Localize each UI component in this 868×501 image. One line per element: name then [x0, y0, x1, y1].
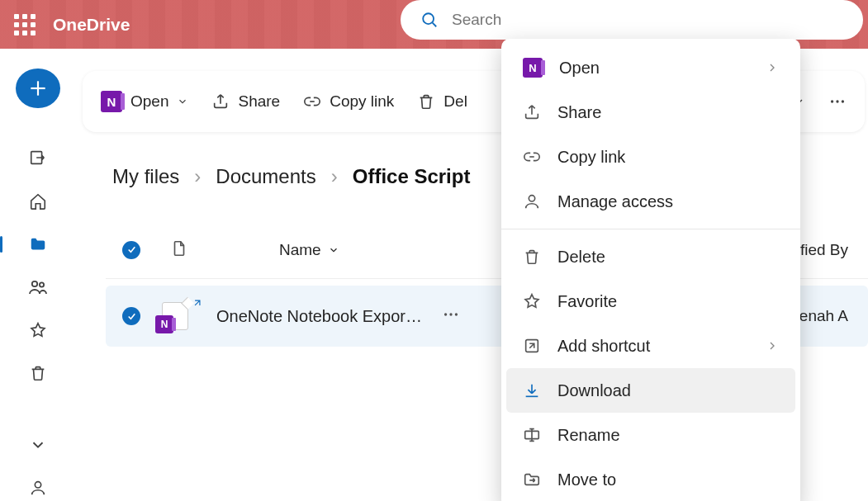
- menu-item-add-shortcut[interactable]: Add shortcut: [506, 324, 795, 368]
- svg-line-1: [433, 23, 437, 27]
- trash-icon: [29, 364, 47, 382]
- more-horizontal-icon: [828, 92, 847, 111]
- toolbar-more-button[interactable]: [828, 92, 847, 111]
- menu-separator: [501, 229, 800, 229]
- svg-point-6: [40, 282, 44, 286]
- nav-collapse[interactable]: [20, 432, 56, 458]
- toolbar-open-label: Open: [130, 92, 168, 111]
- search-input[interactable]: [452, 11, 843, 29]
- menu-item-copy-link[interactable]: Copy link: [506, 135, 795, 179]
- file-name[interactable]: OneNote Notebook Expor…: [216, 307, 422, 326]
- document-icon: [170, 239, 188, 258]
- svg-point-8: [831, 100, 833, 102]
- file-type-column-icon[interactable]: [170, 239, 188, 262]
- menu-item-manage-access[interactable]: Manage access: [506, 179, 795, 224]
- svg-point-9: [836, 100, 838, 102]
- star-icon: [29, 321, 47, 339]
- waffle-icon: [14, 14, 36, 35]
- link-icon: [303, 92, 321, 111]
- trash-icon: [523, 248, 541, 266]
- breadcrumb-item-current[interactable]: Office Script: [353, 165, 471, 188]
- rename-icon: [523, 426, 541, 444]
- left-nav: [0, 49, 76, 501]
- svg-point-5: [32, 281, 37, 286]
- svg-point-14: [529, 196, 534, 201]
- download-icon: [523, 381, 541, 399]
- share-icon: [523, 103, 541, 121]
- check-icon: [126, 311, 137, 322]
- chevron-right-icon: ›: [331, 165, 338, 188]
- toolbar-delete-button[interactable]: Del: [417, 92, 467, 111]
- column-header-name[interactable]: Name: [279, 241, 339, 259]
- svg-point-0: [423, 13, 434, 24]
- context-menu: N Open Share Copy link Manage access Del…: [501, 39, 800, 501]
- onenote-app-icon: N: [155, 315, 173, 333]
- add-new-button[interactable]: [16, 69, 60, 108]
- file-type-icon: N: [162, 302, 188, 330]
- onenote-app-icon: N: [101, 91, 122, 112]
- chevron-right-icon: ›: [194, 165, 201, 188]
- share-icon: [211, 92, 230, 111]
- toolbar-copy-link-label: Copy link: [330, 92, 394, 111]
- people-icon: [28, 277, 48, 297]
- svg-point-11: [444, 313, 447, 315]
- chevron-down-icon: [328, 244, 339, 256]
- column-header-modified-by[interactable]: lified By: [793, 241, 851, 259]
- svg-point-12: [449, 313, 452, 315]
- menu-item-favorite[interactable]: Favorite: [506, 279, 795, 324]
- add-shortcut-icon: [523, 337, 541, 355]
- breadcrumb: My files › Documents › Office Script: [112, 165, 470, 188]
- menu-item-open[interactable]: N Open: [506, 45, 795, 90]
- select-all-checkbox[interactable]: [122, 241, 140, 259]
- breadcrumb-item-my-files[interactable]: My files: [112, 165, 179, 188]
- chevron-right-icon: [766, 61, 779, 74]
- toolbar-copy-link-button[interactable]: Copy link: [303, 92, 394, 111]
- nav-item-account[interactable]: [20, 475, 56, 501]
- menu-item-rename[interactable]: Rename: [506, 413, 795, 457]
- arrow-out-icon: [29, 149, 47, 167]
- nav-item-favorites[interactable]: [20, 317, 56, 343]
- move-to-icon: [523, 470, 541, 489]
- row-more-button[interactable]: [442, 305, 460, 327]
- plus-icon: [27, 78, 49, 99]
- search-icon: [420, 11, 439, 29]
- toolbar-share-button[interactable]: Share: [211, 92, 280, 111]
- menu-item-download[interactable]: Download: [506, 368, 795, 413]
- svg-point-13: [455, 313, 458, 315]
- toolbar-open-button[interactable]: N Open: [101, 91, 188, 112]
- link-icon: [523, 148, 541, 166]
- toolbar-delete-label: Del: [443, 92, 467, 111]
- chevron-down-icon: [177, 96, 188, 107]
- shortcut-badge-icon: [192, 297, 203, 312]
- app-launcher-button[interactable]: [7, 7, 43, 43]
- nav-item-recycle-bin[interactable]: [20, 360, 56, 386]
- folder-icon: [29, 235, 47, 253]
- svg-point-7: [35, 482, 40, 488]
- menu-item-delete[interactable]: Delete: [506, 234, 795, 279]
- breadcrumb-item-documents[interactable]: Documents: [216, 165, 315, 188]
- more-horizontal-icon: [442, 305, 460, 324]
- person-icon: [29, 479, 47, 497]
- toolbar-share-label: Share: [238, 92, 280, 111]
- onenote-app-icon: N: [523, 58, 543, 78]
- search-bar[interactable]: [401, 0, 863, 40]
- nav-item-shared[interactable]: [20, 274, 56, 300]
- home-icon: [29, 192, 47, 210]
- check-icon: [126, 244, 137, 255]
- menu-item-share[interactable]: Share: [506, 90, 795, 135]
- svg-point-10: [842, 100, 844, 102]
- chevron-down-icon: [29, 436, 47, 454]
- chevron-right-icon: [766, 339, 779, 352]
- nav-item-my-files[interactable]: [20, 231, 56, 258]
- row-select-checkbox[interactable]: [122, 307, 140, 325]
- product-name[interactable]: OneDrive: [53, 15, 130, 35]
- menu-item-move-to[interactable]: Move to: [506, 457, 795, 501]
- trash-icon: [417, 92, 435, 111]
- nav-item-home[interactable]: [20, 187, 56, 214]
- person-icon: [523, 192, 541, 210]
- nav-item-recent[interactable]: [20, 144, 56, 171]
- star-icon: [523, 292, 541, 310]
